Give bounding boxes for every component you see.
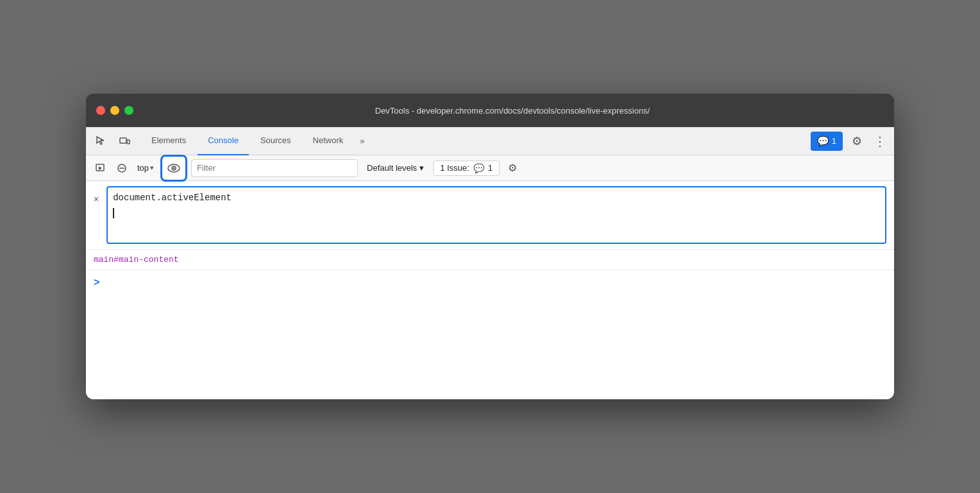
svg-rect-0 [120,138,126,143]
tab-bar: Elements Console Sources Network » 💬 1 [86,127,894,155]
tab-elements[interactable]: Elements [141,127,196,155]
devtools-window: DevTools - developer.chrome.com/docs/dev… [86,94,894,399]
live-expression-row: × document.activeElement [86,181,894,250]
more-icon: ⋮ [874,134,886,149]
console-prompt-input[interactable] [105,277,886,288]
live-expression-button-wrapper [160,155,187,182]
console-settings-button[interactable]: ⚙ [503,159,521,177]
issue-badge-button[interactable]: 💬 1 [811,132,843,151]
gear-icon: ⚙ [852,134,862,148]
console-prompt-row: > [86,270,894,295]
clear-console-button[interactable] [113,159,131,177]
live-expression-button[interactable] [163,157,185,179]
levels-dropdown-icon: ▾ [419,163,424,173]
minimize-button[interactable] [110,106,119,115]
live-expression-result: main#main-content [86,250,894,270]
issue-chat-icon: 💬 [473,163,484,173]
settings-button[interactable]: ⚙ [847,131,867,151]
inspect-element-button[interactable] [91,131,112,151]
svg-marker-3 [99,166,102,170]
title-bar: DevTools - developer.chrome.com/docs/dev… [86,94,894,127]
issue-count-badge[interactable]: 1 Issue: 💬 1 [433,160,500,176]
tab-network[interactable]: Network [303,127,354,155]
dropdown-icon: ▾ [150,164,154,172]
device-toolbar-button[interactable] [114,131,135,151]
tab-console[interactable]: Console [198,127,249,155]
traffic-lights [96,106,133,115]
more-options-button[interactable]: ⋮ [871,131,889,151]
close-button[interactable] [96,106,105,115]
console-gear-icon: ⚙ [508,162,517,174]
live-expression-editor[interactable]: document.activeElement [106,186,886,244]
window-title: DevTools - developer.chrome.com/docs/dev… [141,106,884,116]
devtools-panel: Elements Console Sources Network » 💬 1 [86,127,894,399]
svg-point-8 [173,167,175,169]
text-cursor [113,208,114,218]
preserve-log-button[interactable] [91,159,109,177]
maximize-button[interactable] [124,106,133,115]
expression-text: document.activeElement [113,193,880,203]
log-level-selector[interactable]: Default levels ▾ [362,160,429,175]
svg-rect-1 [127,140,130,144]
chat-icon: 💬 [817,135,829,147]
console-toolbar: top ▾ Default levels ▾ 1 Issue: [86,155,894,181]
live-expression-close-button[interactable]: × [86,189,106,209]
execution-context-selector[interactable]: top ▾ [135,162,156,174]
tab-sources[interactable]: Sources [250,127,301,155]
console-content: × document.activeElement main#main-conte… [86,181,894,399]
tab-bar-left-icons [91,131,135,151]
tab-more-button[interactable]: » [355,127,369,155]
console-prompt-caret[interactable]: > [94,277,99,288]
tab-bar-right: 💬 1 ⚙ ⋮ [811,131,889,151]
console-filter-input[interactable] [191,159,358,177]
